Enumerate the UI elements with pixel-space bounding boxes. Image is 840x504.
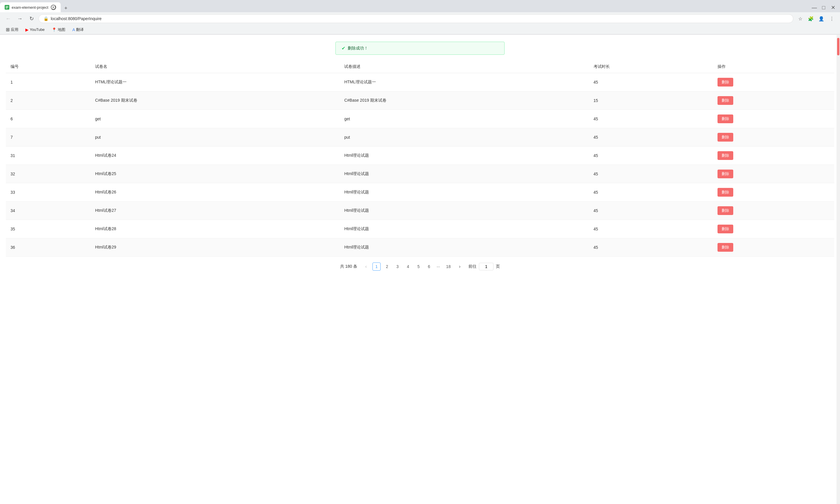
delete-button[interactable]: 删除 [718, 206, 733, 215]
cell-id: 32 [6, 165, 90, 183]
cell-id: 35 [6, 220, 90, 238]
delete-button[interactable]: 删除 [718, 133, 733, 142]
delete-button[interactable]: 删除 [718, 224, 733, 233]
cell-desc: Html理论试题 [340, 220, 588, 238]
cell-desc: Html理论试题 [340, 202, 588, 220]
cell-action: 删除 [713, 202, 834, 220]
page-1-button[interactable]: 1 [373, 263, 381, 271]
scrollbar[interactable] [837, 35, 840, 504]
minimize-button[interactable]: — [810, 3, 819, 12]
delete-button[interactable]: 删除 [718, 151, 733, 160]
table-row: 34 Html试卷27 Html理论试题 45 删除 [6, 202, 834, 220]
menu-button[interactable]: ⋮ [827, 14, 837, 23]
prev-page-button[interactable]: ‹ [362, 263, 370, 271]
cell-duration: 45 [589, 128, 713, 146]
back-button[interactable]: ← [3, 14, 13, 23]
profile-button[interactable]: 👤 [817, 14, 826, 23]
address-bar[interactable]: 🔒 localhost:8080/PaperInquire [38, 14, 793, 23]
page-4-button[interactable]: 4 [404, 263, 412, 271]
page-5-button[interactable]: 5 [414, 263, 423, 271]
bookmark-translate[interactable]: A 翻译 [71, 26, 85, 33]
delete-button[interactable]: 删除 [718, 96, 733, 105]
delete-button[interactable]: 删除 [718, 78, 733, 87]
page-ellipsis: ··· [435, 263, 441, 270]
cell-id: 7 [6, 128, 90, 146]
cell-desc: Html理论试题 [340, 238, 588, 257]
new-tab-button[interactable]: + [62, 4, 70, 12]
cell-desc: HTML理论试题一 [340, 73, 588, 91]
page-jump: 前往 页 [468, 263, 500, 270]
cell-name: Html试卷24 [90, 146, 340, 165]
col-header-id: 编号 [6, 60, 90, 73]
tab-bar: exam-element-project × + — □ ✕ [0, 0, 840, 12]
table-row: 32 Html试卷25 Html理论试题 45 删除 [6, 165, 834, 183]
cell-duration: 15 [589, 91, 713, 110]
cell-name: Html试卷29 [90, 238, 340, 257]
table-row: 36 Html试卷29 Html理论试题 45 删除 [6, 238, 834, 257]
cell-name: Html试卷25 [90, 165, 340, 183]
pagination: 共 180 条 ‹ 1 2 3 4 5 6 ··· 18 › 前往 页 [6, 257, 834, 276]
delete-button[interactable]: 删除 [718, 169, 733, 178]
cell-name: get [90, 110, 340, 128]
tab-close-button[interactable]: × [51, 5, 56, 10]
browser-chrome: exam-element-project × + — □ ✕ ← → ↻ 🔒 l… [0, 0, 840, 35]
bookmark-youtube-label: YouTube [30, 28, 45, 32]
scrollbar-thumb[interactable] [837, 38, 839, 55]
bookmark-youtube[interactable]: ▶ YouTube [24, 27, 46, 33]
cell-id: 6 [6, 110, 90, 128]
close-window-button[interactable]: ✕ [828, 3, 838, 12]
cell-id: 2 [6, 91, 90, 110]
tab-title: exam-element-project [12, 5, 48, 10]
page-2-button[interactable]: 2 [383, 263, 391, 271]
cell-desc: get [340, 110, 588, 128]
bookmark-maps-label: 地图 [58, 27, 65, 32]
bookmark-maps[interactable]: 📍 地图 [50, 26, 67, 33]
translate-icon: A [72, 28, 75, 32]
forward-button[interactable]: → [15, 14, 24, 23]
pagination-total: 共 180 条 [340, 264, 357, 269]
cell-action: 删除 [713, 220, 834, 238]
delete-button[interactable]: 删除 [718, 243, 733, 252]
cell-duration: 45 [589, 220, 713, 238]
cell-desc: Html理论试题 [340, 183, 588, 202]
delete-button[interactable]: 删除 [718, 188, 733, 197]
table-header-row: 编号 试卷名 试卷描述 考试时长 操作 [6, 60, 834, 73]
table-row: 2 C#Base 2019 期末试卷 C#Base 2019 期末试卷 15 删… [6, 91, 834, 110]
active-tab[interactable]: exam-element-project × [0, 2, 61, 12]
cell-desc: put [340, 128, 588, 146]
col-header-duration: 考试时长 [589, 60, 713, 73]
page-18-button[interactable]: 18 [444, 263, 453, 271]
cell-desc: Html理论试题 [340, 146, 588, 165]
cell-action: 删除 [713, 165, 834, 183]
delete-button[interactable]: 删除 [718, 114, 733, 123]
bookmark-button[interactable]: ☆ [796, 14, 805, 23]
cell-duration: 45 [589, 73, 713, 91]
table-row: 35 Html试卷28 Html理论试题 45 删除 [6, 220, 834, 238]
reload-button[interactable]: ↻ [27, 14, 36, 23]
maximize-button[interactable]: □ [819, 3, 828, 12]
next-page-button[interactable]: › [456, 263, 464, 271]
table-row: 1 HTML理论试题一 HTML理论试题一 45 删除 [6, 73, 834, 91]
cell-id: 1 [6, 73, 90, 91]
page-6-button[interactable]: 6 [425, 263, 433, 271]
papers-table: 编号 试卷名 试卷描述 考试时长 操作 1 HTML理论试题一 HTML理论试题… [6, 60, 834, 257]
page-3-button[interactable]: 3 [393, 263, 401, 271]
success-alert: ✔ 删除成功！ [336, 42, 504, 55]
col-header-desc: 试卷描述 [340, 60, 588, 73]
lock-icon: 🔒 [44, 16, 48, 21]
bookmark-apps[interactable]: ⊞ 应用 [5, 26, 19, 33]
cell-action: 删除 [713, 91, 834, 110]
cell-duration: 45 [589, 146, 713, 165]
cell-desc: Html理论试题 [340, 165, 588, 183]
cell-duration: 45 [589, 110, 713, 128]
extensions-button[interactable]: 🧩 [806, 14, 816, 23]
cell-action: 删除 [713, 238, 834, 257]
nav-bar: ← → ↻ 🔒 localhost:8080/PaperInquire ☆ 🧩 … [0, 12, 840, 25]
apps-icon: ⊞ [6, 27, 10, 32]
jump-input[interactable] [479, 263, 494, 270]
cell-id: 31 [6, 146, 90, 165]
jump-suffix: 页 [496, 264, 500, 269]
cell-duration: 45 [589, 202, 713, 220]
cell-id: 36 [6, 238, 90, 257]
success-icon: ✔ [342, 46, 345, 51]
